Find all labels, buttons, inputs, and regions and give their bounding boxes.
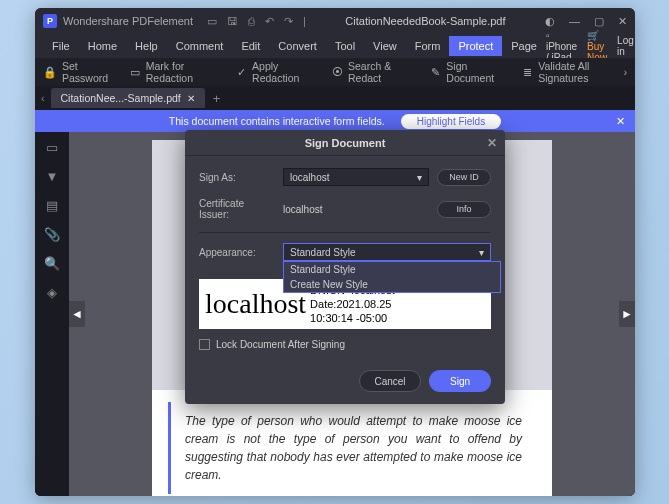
thumbnails-icon[interactable]: ▭: [46, 140, 58, 155]
dialog-title: Sign Document: [305, 137, 386, 149]
menu-tool[interactable]: Tool: [326, 36, 364, 56]
menu-help[interactable]: Help: [126, 36, 167, 56]
page-quote: The type of person who would attempt to …: [168, 402, 536, 494]
app-title: Wondershare PDFelement: [63, 15, 193, 27]
banner-message: This document contains interactive form …: [169, 115, 385, 127]
print-icon[interactable]: ⎙: [248, 15, 255, 28]
menu-home[interactable]: Home: [79, 36, 126, 56]
window-filename: CitationNeededBook-Sample.pdf: [306, 15, 545, 27]
dropdown-option-standard[interactable]: Standard Style: [284, 262, 500, 277]
cancel-button[interactable]: Cancel: [359, 370, 421, 392]
validate-icon: ≣: [521, 65, 533, 79]
menu-view[interactable]: View: [364, 36, 406, 56]
tab-close-icon[interactable]: ✕: [187, 93, 195, 104]
sign-icon: ✎: [429, 65, 441, 79]
sign-as-label: Sign As:: [199, 172, 275, 183]
info-button[interactable]: Info: [437, 201, 491, 218]
new-id-button[interactable]: New ID: [437, 169, 491, 186]
close-icon[interactable]: ✕: [618, 15, 627, 28]
appearance-label: Appearance:: [199, 247, 275, 258]
sign-document-button[interactable]: ✎Sign Document: [429, 60, 507, 84]
dropdown-option-create[interactable]: Create New Style: [284, 277, 500, 292]
protect-toolbar: 🔒Set Password ▭Mark for Redaction ✓Apply…: [35, 58, 635, 86]
comments-icon[interactable]: ▤: [46, 198, 58, 213]
search-icon: ⦿: [331, 65, 343, 79]
lock-document-label: Lock Document After Signing: [216, 339, 345, 350]
highlight-fields-button[interactable]: Highlight Fields: [401, 114, 501, 129]
search-panel-icon[interactable]: 🔍: [44, 256, 60, 271]
menu-convert[interactable]: Convert: [269, 36, 326, 56]
maximize-icon[interactable]: ▢: [594, 15, 604, 28]
sign-document-dialog: Sign Document ✕ Sign As: localhost▾ New …: [185, 130, 505, 404]
folder-icon[interactable]: ▭: [207, 15, 217, 28]
document-tab[interactable]: CitationNee...-Sample.pdf✕: [51, 88, 205, 108]
menu-page[interactable]: Page: [502, 36, 546, 56]
appearance-select[interactable]: Standard Style▾ Standard Style Create Ne…: [283, 243, 491, 261]
dialog-close-icon[interactable]: ✕: [487, 136, 497, 150]
app-logo-icon: P: [43, 14, 57, 28]
search-redact-button[interactable]: ⦿Search & Redact: [331, 60, 415, 84]
theme-icon[interactable]: ◐: [545, 15, 555, 28]
menu-form[interactable]: Form: [406, 36, 450, 56]
redact-mark-icon: ▭: [129, 65, 141, 79]
attachment-icon[interactable]: 📎: [44, 227, 60, 242]
tab-add-icon[interactable]: +: [213, 91, 221, 106]
login-link[interactable]: Log in: [617, 35, 634, 57]
tab-prev-icon[interactable]: ‹: [41, 92, 45, 104]
apply-redaction-button[interactable]: ✓Apply Redaction: [235, 60, 317, 84]
sign-button[interactable]: Sign: [429, 370, 491, 392]
set-password-button[interactable]: 🔒Set Password: [43, 60, 115, 84]
check-icon: ✓: [235, 65, 247, 79]
menu-edit[interactable]: Edit: [232, 36, 269, 56]
undo-icon[interactable]: ↶: [265, 15, 274, 28]
sign-as-select[interactable]: localhost▾: [283, 168, 429, 186]
lock-icon: 🔒: [43, 65, 57, 79]
save-icon[interactable]: 🖫: [227, 15, 238, 28]
validate-signatures-button[interactable]: ≣Validate All Signatures: [521, 60, 627, 84]
menu-protect[interactable]: Protect: [449, 36, 502, 56]
mark-redaction-button[interactable]: ▭Mark for Redaction: [129, 60, 221, 84]
page-prev-button[interactable]: ◄: [69, 301, 85, 327]
appearance-dropdown: Standard Style Create New Style: [283, 261, 501, 293]
menu-file[interactable]: File: [43, 36, 79, 56]
tabbar: ‹ CitationNee...-Sample.pdf✕ +: [35, 86, 635, 110]
quick-icons: ▭ 🖫 ⎙ ↶ ↷ |: [207, 15, 306, 28]
banner-close-icon[interactable]: ✕: [616, 115, 625, 127]
issuer-label: Certificate Issuer:: [199, 198, 275, 220]
menubar: File Home Help Comment Edit Convert Tool…: [35, 34, 635, 58]
issuer-value: localhost: [283, 204, 429, 215]
chevron-down-icon: ▾: [417, 172, 422, 183]
toolbar-overflow-icon[interactable]: ›: [624, 67, 627, 78]
menu-comment[interactable]: Comment: [167, 36, 233, 56]
layers-icon[interactable]: ◈: [47, 285, 57, 300]
dialog-header: Sign Document ✕: [185, 130, 505, 156]
lock-document-checkbox[interactable]: [199, 339, 210, 350]
form-fields-banner: This document contains interactive form …: [35, 110, 635, 132]
bookmark-icon[interactable]: ▼: [46, 169, 59, 184]
redo-icon[interactable]: ↷: [284, 15, 293, 28]
page-next-button[interactable]: ►: [619, 301, 635, 327]
minimize-icon[interactable]: —: [569, 15, 580, 28]
chevron-down-icon: ▾: [479, 247, 484, 258]
left-sidebar: ▭ ▼ ▤ 📎 🔍 ◈: [35, 132, 69, 496]
